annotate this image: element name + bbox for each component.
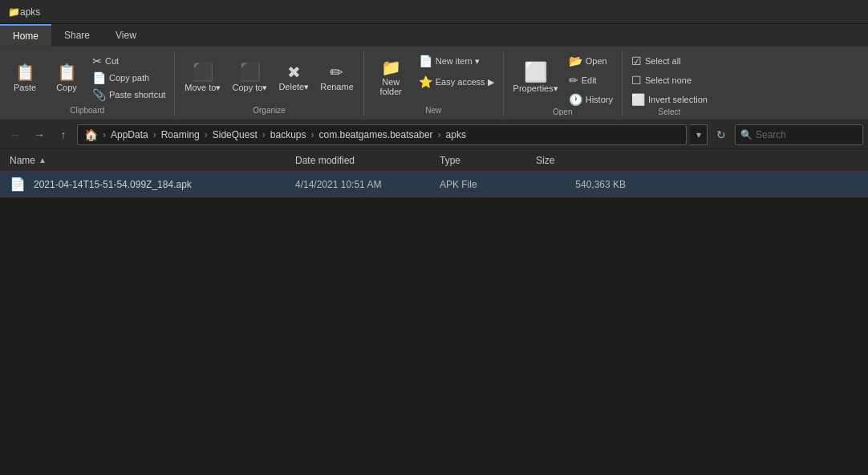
- breadcrumb-sep-2: ›: [205, 129, 208, 140]
- tab-view[interactable]: View: [103, 24, 149, 47]
- ribbon-group-clipboard: 📋 Paste 📋 Copy ✂ Cut 📄 Copy path 📎: [0, 51, 175, 116]
- open-button[interactable]: 📂 Open: [565, 53, 617, 69]
- ribbon-group-new: 📁 Newfolder 📄 New item ▾ ⭐ Easy access ▶…: [364, 51, 504, 116]
- breadcrumb-sep-5: ›: [438, 129, 441, 140]
- paste-shortcut-icon: 📎: [92, 89, 106, 100]
- invert-selection-button[interactable]: ⬜ Invert selection: [627, 91, 712, 108]
- copy-path-label: Copy path: [109, 73, 149, 83]
- file-name: 2021-04-14T15-51-54.099Z_184.apk: [34, 179, 192, 190]
- copy-path-icon: 📄: [92, 72, 106, 83]
- file-area: Name ▲ Date modified Type Size 📄 2021-04…: [0, 149, 868, 475]
- new-item-button[interactable]: 📄 New item ▾: [415, 53, 498, 69]
- easy-access-icon: ⭐: [419, 76, 432, 87]
- copy-button[interactable]: 📋 Copy: [47, 53, 87, 103]
- copy-icon: 📋: [57, 64, 77, 80]
- copy-label: Copy: [56, 83, 77, 92]
- move-to-button[interactable]: ⬛ Move to▾: [180, 53, 225, 103]
- refresh-button[interactable]: ↻: [711, 124, 732, 145]
- address-bar[interactable]: 🏠 › AppData › Roaming › SideQuest › back…: [77, 124, 687, 145]
- paste-button[interactable]: 📋 Paste: [5, 53, 45, 103]
- file-date-modified: 4/14/2021 10:51 AM: [295, 179, 440, 190]
- cut-button[interactable]: ✂ Cut: [88, 53, 169, 69]
- column-name-header[interactable]: Name ▲: [6, 155, 295, 166]
- new-group-label: New: [425, 106, 441, 116]
- copy-path-button[interactable]: 📄 Copy path: [88, 70, 169, 86]
- breadcrumb-icon: 🏠: [84, 128, 98, 141]
- copy-to-icon: ⬛: [239, 63, 261, 81]
- properties-button[interactable]: ⬜ Properties▾: [509, 53, 563, 103]
- breadcrumb-beatgames[interactable]: com.beatgames.beatsaber: [318, 129, 432, 140]
- column-type-label: Type: [440, 155, 460, 166]
- column-size-label: Size: [536, 155, 554, 166]
- select-all-label: Select all: [645, 56, 681, 66]
- organize-group-label: Organize: [253, 106, 286, 116]
- breadcrumb-roaming[interactable]: Roaming: [161, 129, 200, 140]
- select-none-icon: ☐: [631, 75, 642, 86]
- properties-icon: ⬜: [524, 63, 548, 82]
- breadcrumb-sep-4: ›: [310, 129, 314, 140]
- sort-arrow: ▲: [39, 156, 47, 164]
- address-dropdown-button[interactable]: ▾: [690, 124, 708, 145]
- paste-label: Paste: [14, 83, 36, 92]
- forward-button[interactable]: →: [29, 124, 50, 145]
- history-icon: 🕐: [569, 94, 582, 105]
- breadcrumb-sep-3: ›: [262, 129, 266, 140]
- tab-home[interactable]: Home: [0, 24, 51, 47]
- file-size: 540,363 KB: [536, 179, 632, 190]
- invert-selection-icon: ⬜: [631, 94, 645, 105]
- back-button[interactable]: ←: [5, 124, 26, 145]
- clipboard-group-label: Clipboard: [70, 106, 104, 116]
- paste-shortcut-button[interactable]: 📎 Paste shortcut: [88, 87, 169, 103]
- search-bar[interactable]: 🔍 Search: [735, 124, 863, 145]
- breadcrumb-sidequest[interactable]: SideQuest: [213, 129, 258, 140]
- select-none-button[interactable]: ☐ Select none: [627, 72, 712, 88]
- edit-icon: ✏: [569, 75, 578, 86]
- column-name-label: Name: [10, 155, 35, 166]
- breadcrumb-sep-0: ›: [103, 129, 106, 140]
- window-title: apks: [20, 6, 40, 18]
- move-to-label: Move to▾: [185, 83, 221, 93]
- column-type-header[interactable]: Type: [440, 155, 536, 166]
- history-button[interactable]: 🕐 History: [565, 91, 617, 108]
- ribbon-group-select: ☑ Select all ☐ Select none ⬜ Invert sele…: [623, 51, 716, 116]
- invert-selection-label: Invert selection: [648, 95, 708, 104]
- file-list: Name ▲ Date modified Type Size 📄 2021-04…: [0, 149, 868, 475]
- select-group-label: Select: [659, 108, 681, 118]
- open-icon: 📂: [569, 55, 582, 67]
- up-button[interactable]: ↑: [53, 124, 74, 145]
- title-bar: 📁 apks: [0, 0, 868, 24]
- select-all-icon: ☑: [631, 55, 642, 67]
- new-folder-label: Newfolder: [380, 77, 403, 96]
- select-all-button[interactable]: ☑ Select all: [627, 53, 712, 69]
- rename-button[interactable]: ✏ Rename: [315, 53, 359, 103]
- address-bar-area: ← → ↑ 🏠 › AppData › Roaming › SideQuest …: [0, 120, 868, 149]
- open-group-label: Open: [553, 108, 572, 118]
- table-row[interactable]: 📄 2021-04-14T15-51-54.099Z_184.apk 4/14/…: [0, 172, 868, 197]
- delete-button[interactable]: ✖ Delete▾: [274, 53, 314, 103]
- edit-label: Edit: [582, 75, 597, 85]
- column-date-label: Date modified: [295, 155, 355, 166]
- history-label: History: [586, 95, 613, 104]
- file-icon: 📄: [10, 177, 26, 192]
- file-type: APK File: [440, 179, 536, 190]
- rename-icon: ✏: [330, 64, 343, 80]
- copy-to-label: Copy to▾: [232, 83, 267, 93]
- column-size-header[interactable]: Size: [536, 155, 632, 166]
- tab-share[interactable]: Share: [51, 24, 103, 47]
- breadcrumb-sep-1: ›: [153, 129, 156, 140]
- column-date-header[interactable]: Date modified: [295, 155, 440, 166]
- breadcrumb-apks[interactable]: apks: [446, 129, 466, 140]
- copy-to-button[interactable]: ⬛ Copy to▾: [227, 53, 272, 103]
- breadcrumb-appdata[interactable]: AppData: [111, 129, 148, 140]
- new-folder-button[interactable]: 📁 Newfolder: [369, 53, 413, 103]
- breadcrumb-backups[interactable]: backups: [270, 129, 306, 140]
- edit-button[interactable]: ✏ Edit: [565, 72, 617, 88]
- open-label: Open: [586, 56, 607, 66]
- easy-access-label: Easy access ▶: [436, 77, 494, 87]
- rename-label: Rename: [320, 82, 354, 91]
- delete-icon: ✖: [287, 64, 301, 80]
- properties-label: Properties▾: [513, 83, 558, 94]
- ribbon-tabs: Home Share View: [0, 24, 868, 48]
- easy-access-button[interactable]: ⭐ Easy access ▶: [415, 74, 498, 90]
- cut-icon: ✂: [92, 55, 102, 67]
